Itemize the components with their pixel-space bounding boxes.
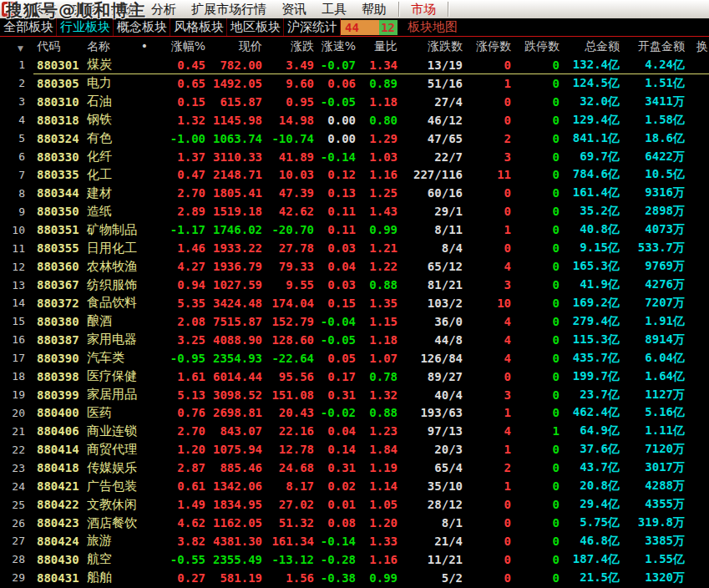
header-name[interactable]: 名称 •	[80, 39, 150, 54]
table-row[interactable]: 18880398医疗保健1.616014.4495.560.170.7889/2…	[0, 368, 709, 386]
cell-index: 27	[0, 535, 30, 547]
table-row[interactable]: 9880350造纸2.891519.1842.620.111.4329/1003…	[0, 202, 709, 220]
header-limit-down[interactable]: 跌停数	[513, 39, 561, 54]
header-volume-ratio[interactable]: 量比	[357, 39, 399, 54]
header-total-amount[interactable]: 总金额	[561, 39, 621, 54]
cell-limit-up-count: 4	[464, 333, 513, 347]
header-turnover[interactable]: 换	[686, 39, 709, 54]
board-map-button[interactable]: 板块地图	[408, 19, 458, 35]
tab-active[interactable]: 行业板块	[58, 18, 114, 36]
cell-name: 医药	[80, 405, 150, 421]
cell-speed: -0.14	[316, 535, 357, 548]
cell-volume-ratio: 0.99	[357, 571, 399, 585]
cell-code: 880414	[30, 443, 80, 456]
cell-price: 4088.90	[207, 333, 264, 347]
menu-item[interactable]: 帮助	[354, 0, 394, 18]
table-row[interactable]: 2880305电力0.651492.059.600.060.8951/16101…	[0, 74, 709, 93]
cell-limit-up-count: 2	[464, 132, 513, 145]
table-row[interactable]: 15880380酿酒2.087515.87152.79-0.041.1536/0…	[0, 312, 709, 331]
cell-code: 880406	[30, 424, 80, 438]
cell-updown-count: 89/27	[399, 370, 464, 383]
cell-limit-up-count: 1	[464, 77, 513, 90]
menu-item[interactable]: 工具	[314, 0, 354, 18]
menu-separator	[448, 2, 448, 17]
cell-volume-ratio: 0.88	[357, 406, 399, 419]
cell-index: 17	[0, 352, 30, 364]
cell-name: 商贸代理	[80, 442, 150, 458]
table-row[interactable]: 26880423酒店餐饮4.621162.0551.320.081.208/10…	[0, 514, 709, 532]
cell-total-amount: 37.6亿	[561, 442, 621, 457]
menu-item[interactable]: 分析	[144, 0, 184, 18]
table-row[interactable]: 4880318钢铁1.321145.9814.980.000.8046/1200…	[0, 111, 709, 129]
cell-volume-ratio: 1.25	[357, 186, 399, 200]
cell-volume-ratio: 0.80	[357, 114, 399, 127]
table-row[interactable]: 29880431船舶0.27581.191.56-0.380.995/20021…	[0, 569, 709, 587]
table-row[interactable]: 17880390汽车类-0.952354.93-22.640.051.07126…	[0, 349, 709, 368]
cell-limit-up-count: 3	[464, 150, 513, 164]
menu-item[interactable]: 扩展市场行情	[184, 0, 274, 18]
cell-name: 商业连锁	[80, 423, 150, 439]
cell-open-amount: 3017万	[621, 460, 686, 475]
header-change-pct[interactable]: 涨幅%	[150, 39, 207, 54]
cell-index: 26	[0, 517, 30, 530]
table-row[interactable]: 20880400医药0.762698.8120.43-0.020.88193/6…	[0, 404, 709, 423]
table-row[interactable]: 12880360农林牧渔4.271936.7979.330.041.2265/1…	[0, 257, 709, 276]
header-limit-up[interactable]: 涨停数	[464, 39, 513, 54]
table-row[interactable]: 8880344建材2.701805.4147.390.131.2560/1600…	[0, 184, 709, 202]
cell-change-pct: 3.25	[150, 333, 207, 347]
cell-updown-count: 22/7	[399, 150, 464, 164]
table-row[interactable]: 25880422文教休闲1.491834.9527.020.011.0528/1…	[0, 495, 709, 514]
menu-item[interactable]: 资讯	[274, 0, 314, 18]
tab-item[interactable]: 概念板块	[114, 18, 170, 36]
tab-item[interactable]: 地区板块	[228, 18, 284, 36]
table-row[interactable]: 19880399家居用品5.133098.52151.080.311.3240/…	[0, 386, 709, 404]
cell-limit-down-count: 0	[513, 205, 561, 218]
table-row[interactable]: 3880310石油0.15615.870.95-0.051.1827/40032…	[0, 93, 709, 111]
header-updown-count[interactable]: 涨跌数	[399, 39, 464, 54]
cell-change-pct: 2.08	[150, 315, 207, 328]
table-row[interactable]: 14880372食品饮料5.353424.48174.040.151.35103…	[0, 294, 709, 312]
table-row[interactable]: 7880335化工0.472148.7110.030.121.16227/116…	[0, 166, 709, 185]
table-row[interactable]: 5880324有色-1.001063.74-10.740.001.2947/65…	[0, 129, 709, 148]
table-row[interactable]: 22880414商贸代理1.201075.9412.780.141.8420/3…	[0, 440, 709, 459]
cell-updown-count: 29/1	[399, 205, 464, 218]
header-price[interactable]: 现价	[207, 39, 264, 54]
tab-item[interactable]: 风格板块	[171, 18, 227, 36]
table-row[interactable]: 21880406商业连锁2.70843.0722.160.041.2397/13…	[0, 422, 709, 440]
cell-change: 152.79	[264, 315, 316, 328]
tab-item[interactable]: 全部板块	[1, 18, 57, 36]
table-row[interactable]: 10880351矿物制品-1.171746.02-20.700.110.998/…	[0, 220, 709, 239]
header-open-amount[interactable]: 开盘金额	[621, 39, 686, 54]
table-row[interactable]: 6880330化纤1.373110.3341.89-0.141.0322/730…	[0, 148, 709, 166]
cell-limit-down-count: 0	[513, 498, 561, 511]
cell-code: 880305	[30, 77, 80, 90]
cell-updown-count: 51/16	[399, 77, 464, 90]
cell-speed: -0.14	[316, 150, 357, 164]
table-row[interactable]: 11880355日用化工1.461933.2227.780.031.218/40…	[0, 239, 709, 257]
header-speed[interactable]: 涨速%	[316, 39, 357, 54]
cell-open-amount: 1320万	[621, 570, 686, 585]
cell-updown-count: 11/21	[399, 553, 464, 566]
cell-code: 880390	[30, 352, 80, 365]
cell-open-amount: 10.5亿	[621, 167, 686, 182]
table-row[interactable]: 16880387家用电器3.254088.90128.60-0.051.1844…	[0, 331, 709, 349]
cell-open-amount: 4355万	[621, 497, 686, 512]
cell-change: 10.03	[264, 168, 316, 181]
cell-name: 造纸	[80, 204, 150, 220]
header-change[interactable]: 涨跌	[264, 39, 316, 54]
tab-item[interactable]: 沪深统计	[285, 18, 341, 36]
cell-index: 1	[0, 58, 30, 71]
table-row[interactable]: 27880424旅游3.824381.30161.34-0.141.3321/4…	[0, 532, 709, 550]
table-row[interactable]: 1880301煤炭0.45782.003.49-0.071.3413/19001…	[0, 56, 709, 74]
cell-speed: 0.11	[316, 205, 357, 218]
cell-change-pct: 2.89	[150, 205, 207, 218]
cell-speed: 0.31	[316, 388, 357, 402]
menu-item-market[interactable]: 市场	[403, 0, 443, 18]
table-row[interactable]: 24880421广告包装0.611342.068.170.021.1435/10…	[0, 477, 709, 495]
table-row[interactable]: 28880430航空-0.552355.49-13.12-0.281.1611/…	[0, 550, 709, 569]
table-row[interactable]: 23880418传媒娱乐2.87885.4624.680.311.1965/42…	[0, 459, 709, 477]
table-row[interactable]: 13880367纺织服饰0.941027.599.550.030.8881/21…	[0, 276, 709, 294]
cell-name: 石油	[80, 94, 150, 109]
cell-updown-count: 227/116	[399, 168, 464, 181]
header-code[interactable]: 代码	[30, 39, 80, 54]
